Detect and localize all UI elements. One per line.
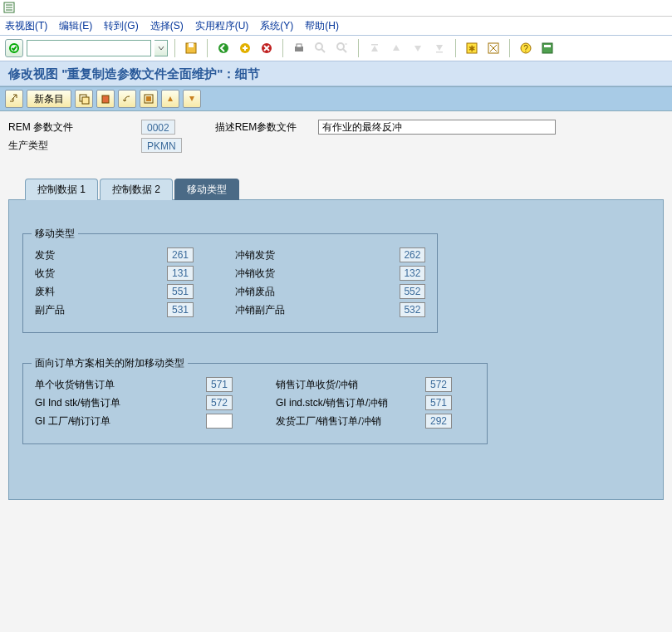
menu-view[interactable]: 表视图(T): [5, 19, 47, 33]
svg-text:✱: ✱: [468, 44, 475, 53]
field: 572: [206, 395, 233, 410]
svg-rect-19: [544, 45, 551, 47]
field: 131: [167, 266, 193, 281]
find-button: [311, 39, 330, 57]
help-button[interactable]: ?: [517, 39, 535, 57]
field: 262: [400, 247, 425, 262]
desc-label: 描述REM参数文件: [215, 120, 318, 135]
label: 冲销发货: [235, 248, 400, 262]
field: 552: [400, 284, 425, 299]
prod-type-label: 生产类型: [8, 139, 141, 153]
field: 531: [167, 302, 193, 317]
svg-rect-22: [102, 96, 109, 103]
svg-rect-11: [371, 44, 378, 46]
field: 132: [400, 266, 425, 281]
label: GI Ind stk/销售订单: [35, 396, 206, 410]
app-menu-icon[interactable]: [3, 2, 15, 13]
label: GI 工厂/销订订单: [35, 414, 206, 429]
find-next-button: [333, 39, 351, 57]
label: 收货: [35, 267, 167, 281]
group-title: 移动类型: [32, 227, 78, 241]
exit-button[interactable]: [236, 39, 254, 57]
display-change-button[interactable]: [5, 90, 23, 108]
command-field[interactable]: [27, 40, 151, 56]
tab-ctrl1[interactable]: 控制数据 1: [25, 179, 98, 200]
layout-button[interactable]: [538, 39, 557, 57]
svg-rect-21: [82, 97, 89, 104]
window-icon-bar: [0, 0, 672, 17]
tab-movement-type[interactable]: 移动类型: [174, 179, 239, 200]
new-session-button[interactable]: ✱: [463, 39, 481, 57]
next-page-button: [409, 39, 427, 57]
svg-point-10: [337, 43, 344, 50]
group-movement-type: 移动类型 发货261冲销发货262 收货131冲销收货132 废料551冲销废品…: [22, 233, 438, 333]
menu-select[interactable]: 选择(S): [150, 19, 184, 33]
label: 副产品: [35, 303, 167, 317]
tab-panel: 移动类型 发货261冲销发货262 收货131冲销收货132 废料551冲销废品…: [8, 199, 664, 500]
label: 废料: [35, 285, 167, 299]
enter-button[interactable]: [5, 39, 23, 57]
content-area: REM 参数文件 0002 描述REM参数文件 生产类型 PKMN 控制数据 1…: [0, 111, 672, 632]
menu-help[interactable]: 帮助(H): [305, 19, 339, 33]
desc-input[interactable]: [318, 120, 556, 135]
prev-entry-button[interactable]: [161, 90, 179, 108]
last-page-button: [430, 39, 449, 57]
menu-goto[interactable]: 转到(G): [104, 19, 138, 33]
menu-utilities[interactable]: 实用程序(U): [195, 19, 249, 33]
svg-rect-24: [146, 96, 151, 101]
rem-profile-value: 0002: [141, 120, 175, 135]
label: GI ind.stck/销售订单/冲销: [276, 396, 425, 410]
chevron-down-icon: [158, 45, 164, 51]
cancel-button[interactable]: [258, 39, 276, 57]
field: 292: [425, 414, 452, 429]
delete-button[interactable]: [96, 90, 115, 108]
menu-bar: 表视图(T) 编辑(E) 转到(G) 选择(S) 实用程序(U) 系统(Y) 帮…: [0, 17, 672, 35]
label: 冲销废品: [235, 285, 400, 299]
label: 单个收货销售订单: [35, 378, 206, 392]
field[interactable]: [206, 414, 233, 429]
field: 551: [167, 284, 193, 299]
label: 发货: [35, 248, 167, 262]
new-entries-button[interactable]: 新条目: [27, 90, 71, 108]
back-button[interactable]: [214, 39, 233, 57]
label: 销售订单收货/冲销: [276, 378, 425, 392]
group-title: 面向订单方案相关的附加移动类型: [32, 356, 188, 370]
svg-point-9: [316, 43, 322, 50]
label: 冲销收货: [235, 267, 400, 281]
select-all-button[interactable]: [140, 90, 158, 108]
page-title: 修改视图 "重复制造参数文件全面维护"：细节: [0, 61, 672, 86]
next-entry-button[interactable]: [183, 90, 201, 108]
menu-edit[interactable]: 编辑(E): [59, 19, 92, 33]
field: 571: [425, 395, 452, 410]
field: 532: [400, 302, 425, 317]
svg-text:?: ?: [523, 44, 528, 53]
field: 571: [206, 377, 233, 392]
group-additional-movement: 面向订单方案相关的附加移动类型 单个收货销售订单571销售订单收货/冲销572 …: [22, 363, 488, 444]
print-button[interactable]: [290, 39, 308, 57]
rem-profile-label: REM 参数文件: [8, 120, 141, 135]
field: 572: [425, 377, 452, 392]
prod-type-value: PKMN: [141, 138, 182, 153]
copy-button[interactable]: [75, 90, 93, 108]
svg-rect-8: [297, 44, 302, 47]
app-toolbar: 新条目: [0, 86, 672, 111]
label: 冲销副产品: [235, 303, 400, 317]
save-button[interactable]: [182, 39, 200, 57]
label: 发货工厂/销售订单/冲销: [276, 414, 425, 429]
undo-button[interactable]: [118, 90, 136, 108]
shortcut-button[interactable]: [484, 39, 503, 57]
svg-rect-12: [436, 51, 443, 53]
tab-ctrl2[interactable]: 控制数据 2: [100, 179, 173, 200]
standard-toolbar: ✱ ?: [0, 35, 672, 61]
tab-strip: 控制数据 1 控制数据 2 移动类型 移动类型 发货261冲销发货262 收货1…: [8, 178, 664, 500]
svg-rect-3: [189, 43, 194, 47]
field: 261: [167, 247, 193, 262]
prev-page-button: [387, 39, 405, 57]
svg-rect-18: [542, 43, 552, 53]
command-dropdown[interactable]: [155, 40, 168, 56]
first-page-button: [365, 39, 384, 57]
menu-system[interactable]: 系统(Y): [260, 19, 293, 33]
